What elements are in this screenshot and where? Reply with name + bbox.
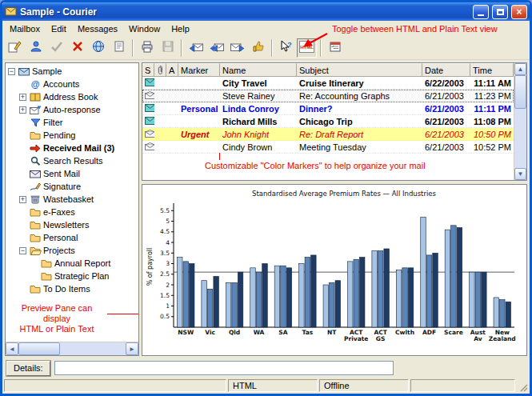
resize-grip[interactable] — [517, 379, 528, 392]
sidebar-item-to-do-items[interactable]: To Do Items — [6, 282, 138, 295]
message-status-cell — [142, 141, 154, 153]
sidebar-item-received-mail-3[interactable]: Received Mail (3) — [6, 142, 138, 154]
check-button[interactable] — [46, 38, 66, 58]
sidebar-item-accounts[interactable]: @Accounts — [6, 78, 138, 90]
annotation-arrow-icon — [300, 31, 330, 50]
sidebar-item-label: Auto-response — [42, 105, 102, 114]
reply-button[interactable] — [186, 38, 206, 58]
menu-item-edit[interactable]: Edit — [46, 22, 72, 35]
sidebar-item-label: Projects — [42, 246, 77, 255]
message-list-pane: S A Marker Name Subject Date Time — [142, 62, 527, 181]
collapse-icon[interactable]: − — [8, 68, 15, 75]
svg-text:Qld: Qld — [229, 329, 240, 336]
message-sender: City Travel — [220, 77, 297, 89]
window-title: Sample - Courier — [20, 6, 470, 18]
column-marker[interactable]: Marker — [178, 63, 220, 77]
app-window: Sample - Courier × MailboxEditMessagesWi… — [0, 0, 532, 396]
sidebar-item-search-results[interactable]: Search Results — [6, 154, 138, 167]
message-answered-cell — [166, 128, 178, 140]
message-row-john-knight[interactable]: UrgentJohn KnightRe: Draft Report6/21/20… — [142, 128, 514, 141]
scrollbar-thumb[interactable] — [18, 342, 60, 355]
sidebar-item-personal[interactable]: Personal — [6, 231, 138, 244]
message-row-steve-rainey[interactable]: Steve RaineyRe: Accounting Graphs6/21/20… — [142, 90, 514, 102]
scroll-down-icon[interactable]: ▼ — [514, 168, 526, 180]
sidebar-item-annual-report[interactable]: Annual Report — [6, 257, 138, 270]
sidebar-item-newsletters[interactable]: Newsletters — [6, 218, 138, 231]
details-button[interactable]: Details: — [6, 361, 50, 376]
print-button[interactable] — [137, 38, 157, 58]
envelope-closed-icon — [145, 78, 154, 88]
scrollbar-thumb[interactable] — [514, 75, 526, 109]
expand-icon[interactable]: + — [19, 196, 26, 203]
maximize-button[interactable] — [492, 5, 508, 19]
column-name[interactable]: Name — [220, 63, 297, 77]
message-row-city-travel[interactable]: City TravelCruise Itinerary6/22/200311:1… — [142, 77, 514, 90]
sidebar-item-auto-response[interactable]: +Auto-response — [6, 103, 138, 116]
column-status[interactable]: S — [142, 63, 154, 77]
delete-button[interactable] — [67, 38, 87, 58]
sidebar-horizontal-scrollbar[interactable]: ◄ ► — [6, 342, 138, 355]
menu-item-mailbox[interactable]: Mailbox — [4, 22, 46, 35]
sidebar-item-projects[interactable]: −Projects — [6, 244, 138, 257]
sidebar-item-strategic-plan[interactable]: Strategic Plan — [6, 270, 138, 282]
column-time[interactable]: Time — [470, 63, 514, 77]
sidebar-item-signature[interactable]: Signature — [6, 180, 138, 193]
folder-icon — [29, 233, 42, 242]
scroll-right-icon[interactable]: ► — [126, 342, 138, 355]
svg-text:4.5: 4.5 — [160, 228, 170, 235]
forward-button[interactable] — [227, 38, 247, 58]
message-list-scrollbar[interactable]: ▲ ▼ — [514, 63, 526, 180]
message-row-cindy-brown[interactable]: Cindy BrownMeeting Tuesday6/21/200310:52… — [142, 141, 514, 154]
menu-item-help[interactable]: Help — [166, 22, 195, 35]
context-help-button[interactable]: ? — [276, 38, 296, 58]
sidebar-item-wastebasket[interactable]: +Wastebasket — [6, 193, 138, 206]
message-rows: City TravelCruise Itinerary6/22/200311:1… — [142, 77, 514, 154]
message-answered-cell — [166, 141, 178, 153]
sidebar-item-filter[interactable]: Filter — [6, 116, 138, 129]
svg-text:Av: Av — [474, 335, 482, 342]
folder-icon — [29, 130, 42, 140]
save-button[interactable] — [158, 38, 178, 58]
preview-annotation: Preview Pane can display HTML or Plain T… — [7, 303, 106, 334]
approve-button[interactable] — [248, 38, 268, 58]
message-date: 6/21/2003 — [422, 128, 470, 140]
message-answered-cell — [166, 90, 178, 102]
message-row-richard-mills[interactable]: Richard MillsChicago Trip6/21/200311:08 … — [142, 115, 514, 128]
column-attachment[interactable] — [154, 63, 166, 77]
globe-icon — [92, 40, 105, 56]
notes-button[interactable] — [109, 38, 129, 58]
contact-icon — [30, 40, 42, 56]
reply-all-button[interactable] — [206, 38, 226, 58]
folder-icon — [40, 258, 53, 268]
menu-item-window[interactable]: Window — [123, 22, 166, 35]
expand-icon[interactable]: + — [19, 94, 26, 101]
compose-button[interactable] — [5, 38, 25, 58]
details-input[interactable] — [54, 361, 394, 375]
sidebar-item-sample[interactable]: −Sample — [6, 65, 138, 78]
stationery-button[interactable] — [88, 38, 108, 58]
message-time: 11:23 PM — [470, 90, 514, 102]
sidebar-item-sent-mail[interactable]: Sent Mail — [6, 167, 138, 180]
print-icon — [141, 40, 154, 56]
sidebar-item-label: Annual Report — [53, 258, 112, 268]
column-subject[interactable]: Subject — [297, 63, 422, 77]
sidebar-item-label: Accounts — [42, 79, 81, 89]
sidebar-item-address-book[interactable]: +Address Book — [6, 90, 138, 103]
expand-icon[interactable]: + — [19, 106, 26, 114]
message-row-linda-conroy[interactable]: PersonalLinda ConroyDinner?6/21/200311:1… — [142, 102, 514, 115]
minimize-button[interactable] — [473, 5, 489, 19]
svg-text:ADF: ADF — [422, 329, 436, 336]
svg-text:GS: GS — [376, 335, 386, 342]
sidebar-item-e-faxes[interactable]: e-Faxes — [6, 206, 138, 218]
scroll-up-icon[interactable]: ▲ — [514, 63, 526, 75]
column-date[interactable]: Date — [422, 63, 470, 77]
message-subject: Meeting Tuesday — [297, 141, 422, 153]
menu-item-messages[interactable]: Messages — [72, 22, 123, 35]
scroll-left-icon[interactable]: ◄ — [6, 342, 18, 355]
collapse-icon[interactable]: − — [19, 247, 26, 254]
sidebar-item-pending[interactable]: Pending — [6, 129, 138, 142]
message-time: 11:11 AM — [470, 77, 514, 89]
close-button[interactable]: × — [511, 5, 527, 19]
contacts-button[interactable] — [26, 38, 46, 58]
column-answered[interactable]: A — [166, 63, 178, 77]
